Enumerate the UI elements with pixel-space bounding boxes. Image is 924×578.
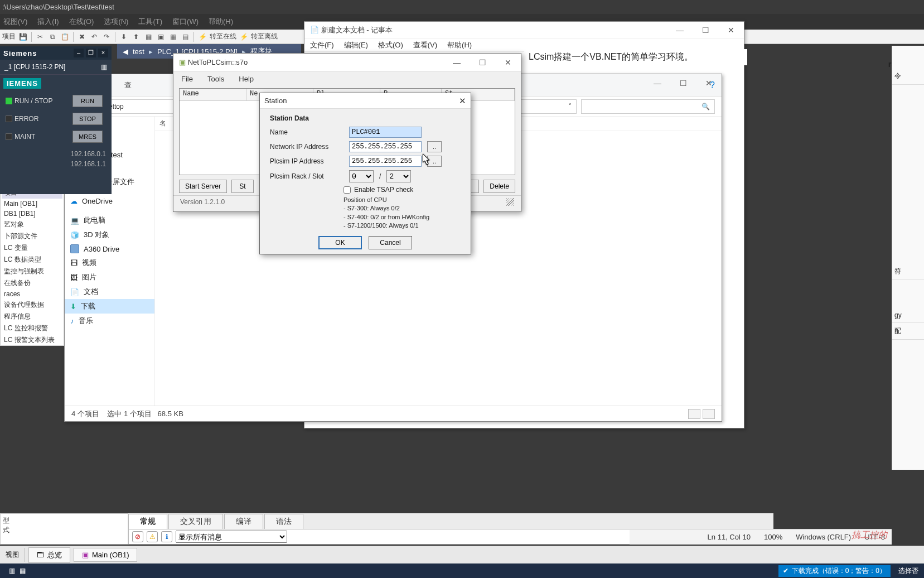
- enable-tsap-checkbox[interactable]: [344, 186, 351, 194]
- delete-button[interactable]: Delete: [483, 180, 515, 193]
- tree-item[interactable]: 艺对象: [2, 219, 62, 230]
- maximize-button[interactable]: ☐: [470, 54, 495, 71]
- np-menu-format[interactable]: 格式(O): [378, 40, 403, 50]
- name-input[interactable]: [349, 127, 422, 138]
- tree-item[interactable]: LC 监控和报警: [2, 322, 62, 334]
- tab-syntax[interactable]: 语法: [264, 514, 303, 529]
- tree-item[interactable]: 程序信息: [2, 311, 62, 322]
- network-ip-input[interactable]: [349, 141, 422, 152]
- warning-filter-icon[interactable]: ⚠: [147, 531, 158, 542]
- tab-compile[interactable]: 编译: [224, 514, 263, 529]
- menu-online[interactable]: 在线(O): [69, 17, 94, 27]
- close-button[interactable]: ✕: [459, 96, 466, 106]
- np-menu-view[interactable]: 查看(V): [413, 40, 437, 50]
- menu-tools[interactable]: 工具(T): [138, 17, 162, 27]
- tree-item[interactable]: LC 变量: [2, 242, 62, 254]
- download-icon[interactable]: ⬇: [119, 32, 129, 42]
- explorer-search[interactable]: 🔍: [581, 99, 715, 114]
- tree-item[interactable]: LC 报警文本列表: [2, 334, 62, 346]
- cut-icon[interactable]: ✂: [35, 32, 45, 42]
- panel-tab[interactable]: gy: [892, 308, 924, 323]
- close-button[interactable]: ✕: [495, 54, 521, 71]
- np-menu-help[interactable]: 帮助(H): [447, 40, 472, 50]
- stop-button[interactable]: STOP: [72, 113, 103, 125]
- tab-general[interactable]: 常规: [128, 514, 167, 529]
- item[interactable]: 式: [3, 526, 125, 535]
- error-filter-icon[interactable]: ⊘: [132, 531, 143, 542]
- crumb-1[interactable]: test: [133, 47, 144, 56]
- tab-xref[interactable]: 交叉引用: [168, 514, 223, 529]
- close-button[interactable]: ✕: [696, 74, 722, 91]
- slot-select[interactable]: 2: [386, 170, 411, 182]
- np-menu-edit[interactable]: 编辑(E): [344, 40, 368, 50]
- station-titlebar[interactable]: Station ✕: [260, 93, 471, 109]
- menu-view[interactable]: 视图(V): [3, 17, 27, 27]
- ntp-titlebar[interactable]: ▣ NetToPLCsim::s7o — ☐ ✕: [173, 54, 521, 71]
- tree-item[interactable]: Main [OB1]: [2, 199, 62, 209]
- stop-server-button[interactable]: St: [231, 180, 254, 193]
- project-tree[interactable]: 项目> Main [OB1] DB1 [DB1] 艺对象 卜部源文件 LC 变量…: [0, 184, 64, 346]
- compile-icon[interactable]: ▦: [143, 32, 153, 42]
- go-online-button[interactable]: 转至在线: [210, 32, 236, 41]
- notepad-titlebar[interactable]: 📄 新建文本文档 - 记事本 — ☐ ✕: [304, 22, 744, 38]
- tree-item[interactable]: 监控与强制表: [2, 266, 62, 277]
- panel-tab[interactable]: 符: [892, 263, 924, 280]
- copy-icon[interactable]: ⧉: [47, 32, 57, 42]
- minimize-button[interactable]: –: [74, 49, 84, 57]
- go-offline-icon[interactable]: ⚡: [239, 32, 249, 42]
- close-button[interactable]: ✕: [718, 21, 744, 38]
- rack-select[interactable]: 0: [349, 170, 374, 182]
- upload-icon[interactable]: ⬆: [131, 32, 141, 42]
- close-button[interactable]: ×: [98, 49, 108, 57]
- ntp-menu-help[interactable]: Help: [239, 75, 254, 83]
- menu-options[interactable]: 选项(N): [104, 17, 128, 27]
- tree-item[interactable]: 设备代理数据: [2, 299, 62, 311]
- minimize-button[interactable]: —: [667, 21, 693, 38]
- view-details-button[interactable]: [688, 409, 700, 419]
- ntp-menu-tools[interactable]: Tools: [207, 75, 224, 83]
- maximize-button[interactable]: ☐: [693, 21, 718, 38]
- panel-tab[interactable]: 配: [892, 323, 924, 340]
- menu-help[interactable]: 帮助(H): [209, 17, 233, 27]
- info-filter-icon[interactable]: ℹ: [161, 531, 172, 542]
- nav-back-icon[interactable]: ◀: [123, 47, 128, 56]
- tree-item[interactable]: DB1 [DB1]: [2, 209, 62, 219]
- np-menu-file[interactable]: 文件(F): [310, 40, 334, 50]
- undo-icon[interactable]: ↶: [89, 32, 99, 42]
- delete-icon[interactable]: ✖: [77, 32, 87, 42]
- menu-insert[interactable]: 插入(I): [37, 17, 59, 27]
- chevron-down-icon[interactable]: ˅: [568, 103, 572, 110]
- col-name[interactable]: Name: [180, 89, 246, 100]
- plcsim-ip-input[interactable]: [349, 156, 422, 167]
- message-filter-select[interactable]: 显示所有消息: [176, 531, 287, 543]
- config-icon[interactable]: ▥: [101, 63, 107, 71]
- tree-item[interactable]: races: [2, 289, 62, 299]
- tree-item[interactable]: LC 数据类型: [2, 254, 62, 266]
- go-online-icon[interactable]: ⚡: [197, 32, 207, 42]
- maximize-button[interactable]: ☐: [670, 74, 696, 91]
- browse-network-button[interactable]: ..: [427, 141, 442, 152]
- restore-button[interactable]: ❐: [86, 49, 96, 57]
- tree-item[interactable]: 在线备份: [2, 277, 62, 289]
- toolbar-icon[interactable]: ▣: [156, 32, 166, 42]
- toolbar-icon[interactable]: ▦: [168, 32, 178, 42]
- minimize-button[interactable]: —: [645, 74, 670, 91]
- cancel-button[interactable]: Cancel: [369, 236, 412, 249]
- paste-icon[interactable]: 📋: [60, 32, 70, 42]
- run-button[interactable]: RUN: [72, 95, 103, 107]
- tree-item[interactable]: 卜部源文件: [2, 230, 62, 242]
- ntp-menu-file[interactable]: File: [181, 75, 193, 83]
- ribbon-view[interactable]: 查: [124, 80, 132, 90]
- panel-tab[interactable]: 令: [892, 68, 924, 85]
- menu-window[interactable]: 窗口(W): [172, 17, 199, 27]
- ok-button[interactable]: OK: [318, 236, 362, 249]
- view-tab[interactable]: 视图: [0, 548, 25, 562]
- save-icon[interactable]: 💾: [18, 32, 28, 42]
- resize-grip-icon[interactable]: [506, 198, 514, 206]
- redo-icon[interactable]: ↷: [101, 32, 112, 42]
- minimize-button[interactable]: —: [444, 54, 470, 71]
- mres-button[interactable]: MRES: [72, 131, 103, 143]
- go-offline-button[interactable]: 转至离线: [251, 32, 278, 41]
- item[interactable]: 型: [3, 516, 125, 526]
- toolbar-icon[interactable]: ▤: [180, 32, 190, 42]
